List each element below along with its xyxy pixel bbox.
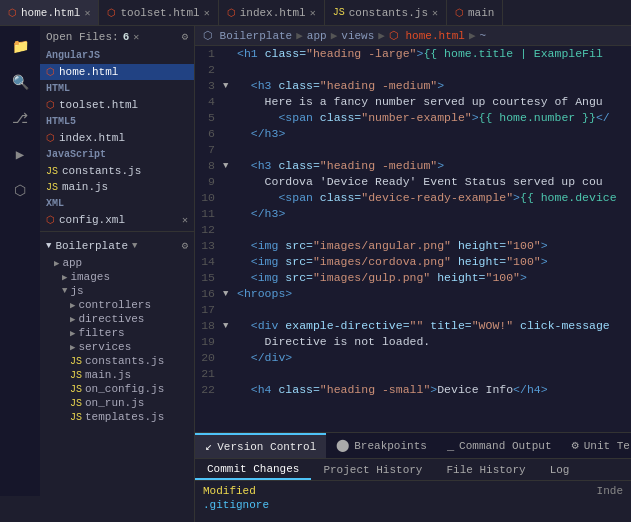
tab-label: Breakpoints [354, 440, 427, 452]
tree-item-label: directives [78, 313, 144, 325]
tab-close-icon[interactable]: ✕ [432, 7, 438, 19]
tab-constants-js[interactable]: JS constants.js ✕ [325, 0, 447, 25]
line-content: <img src="images/cordova.png" height="10… [237, 254, 631, 270]
tree-item-images[interactable]: ▶ images [40, 270, 194, 284]
js-icon: JS [333, 7, 345, 18]
html-icon: ⬡ [107, 7, 116, 19]
line-content: <hroops> [237, 286, 631, 302]
boilerplate-gear-icon[interactable]: ⚙ [181, 239, 188, 252]
line-arrow [223, 110, 237, 126]
file-item-home-html[interactable]: ⬡ home.html [40, 64, 194, 80]
subtab-file-history[interactable]: File History [434, 459, 537, 480]
subtab-project-history[interactable]: Project History [311, 459, 434, 480]
line-content: <h1 class="heading -large">{{ home.title… [237, 46, 631, 62]
line-num: 15 [195, 270, 223, 286]
file-item-index-html[interactable]: ⬡ index.html [40, 130, 194, 146]
breadcrumb: ⬡ Boilerplate ▶ app ▶ views ▶ ⬡ home.htm… [195, 26, 631, 46]
file-item-main-js[interactable]: JS main.js [40, 179, 194, 195]
code-line-19: 19 Directive is not loaded. [195, 334, 631, 350]
files-icon[interactable]: 📁 [8, 34, 32, 58]
file-item-config-xml[interactable]: ⬡ config.xml ✕ [40, 212, 194, 228]
line-num: 9 [195, 174, 223, 190]
tree-item-constants-js[interactable]: JS constants.js [40, 354, 194, 368]
tab-unit-testing[interactable]: ⚙ Unit Testing [562, 433, 631, 458]
file-name: index.html [59, 132, 125, 144]
search-icon[interactable]: 🔍 [8, 70, 32, 94]
file-panel-inner: Open Files: 6 ✕ ⚙ AngularJS ⬡ home.html … [40, 26, 194, 522]
tab-home-html[interactable]: ⬡ home.html ✕ [0, 0, 99, 25]
line-content: Cordova 'Device Ready' Event Status serv… [237, 174, 631, 190]
line-num: 11 [195, 206, 223, 222]
line-arrow [223, 206, 237, 222]
tab-command-output[interactable]: _ Command Output [437, 433, 562, 458]
code-line-11: 11 </h3> [195, 206, 631, 222]
file-close-icon[interactable]: ✕ [182, 214, 188, 226]
breadcrumb-app: app [307, 30, 327, 42]
line-content: <div example-directive="" title="WOW!" c… [237, 318, 631, 334]
code-line-20: 20 </div> [195, 350, 631, 366]
tab-close-icon[interactable]: ✕ [310, 7, 316, 19]
tree-item-label: controllers [78, 299, 151, 311]
line-num: 1 [195, 46, 223, 62]
line-arrow [223, 46, 237, 62]
tree-item-controllers[interactable]: ▶ controllers [40, 298, 194, 312]
folder-icon: ▶ [70, 300, 75, 311]
open-files-label: Open Files: [46, 31, 119, 43]
subtab-log[interactable]: Log [538, 459, 582, 480]
tree-item-filters[interactable]: ▶ filters [40, 326, 194, 340]
git-icon[interactable]: ⎇ [8, 106, 32, 130]
subtab-commit-changes[interactable]: Commit Changes [195, 459, 311, 480]
line-num: 12 [195, 222, 223, 238]
tree-item-on-config-js[interactable]: JS on_config.js [40, 382, 194, 396]
folder-arrow-icon: ▶ [54, 258, 59, 269]
code-line-4: 4 Here is a fancy number served up court… [195, 94, 631, 110]
tab-breakpoints[interactable]: ⬤ Breakpoints [326, 433, 437, 458]
tab-close-icon[interactable]: ✕ [84, 7, 90, 19]
tree-item-main-js[interactable]: JS main.js [40, 368, 194, 382]
tree-item-directives[interactable]: ▶ directives [40, 312, 194, 326]
line-content [237, 62, 631, 78]
code-line-6: 6 </h3> [195, 126, 631, 142]
file-item-constants-js[interactable]: JS constants.js [40, 163, 194, 179]
line-arrow [223, 190, 237, 206]
tree-item-js[interactable]: ▼ js [40, 284, 194, 298]
tree-item-services[interactable]: ▶ services [40, 340, 194, 354]
close-all-icon[interactable]: ✕ [133, 31, 139, 43]
tab-version-control[interactable]: ↙ Version Control [195, 433, 326, 458]
subtab-label: File History [446, 464, 525, 476]
tab-label: Unit Testing [584, 440, 631, 452]
js-file-icon: JS [46, 182, 58, 193]
angularjs-label: AngularJS [40, 47, 194, 64]
run-icon[interactable]: ▶ [8, 142, 32, 166]
tab-close-icon[interactable]: ✕ [204, 7, 210, 19]
code-line-22: 22 <h4 class="heading -small">Device Inf… [195, 382, 631, 398]
tree-item-on-run-js[interactable]: JS on_run.js [40, 396, 194, 410]
main-content: 📁 🔍 ⎇ ▶ ⬡ Open Files: 6 ✕ ⚙ AngularJS ⬡ … [0, 26, 631, 522]
sep2: ▶ [331, 29, 338, 42]
open-files-left: Open Files: 6 ✕ [46, 31, 139, 43]
tab-index-html[interactable]: ⬡ index.html ✕ [219, 0, 325, 25]
line-content [237, 142, 631, 158]
xml-file-icon: ⬡ [46, 214, 55, 226]
extensions-icon[interactable]: ⬡ [8, 178, 32, 202]
html-file-icon: ⬡ [46, 99, 55, 111]
tab-label: home.html [21, 7, 80, 19]
line-arrow [223, 62, 237, 78]
html-icon: ⬡ [8, 7, 17, 19]
tab-toolset-html[interactable]: ⬡ toolset.html ✕ [99, 0, 218, 25]
file-item-toolset-html[interactable]: ⬡ toolset.html [40, 97, 194, 113]
tree-item-templates-js[interactable]: JS templates.js [40, 410, 194, 424]
line-arrow: ▼ [223, 318, 237, 334]
tab-main[interactable]: ⬡ main [447, 0, 503, 25]
tab-label: index.html [240, 7, 306, 19]
tree-item-label: constants.js [85, 355, 164, 367]
tree-item-app[interactable]: ▶ app [40, 256, 194, 270]
tree-item-label: on_config.js [85, 383, 164, 395]
gear-icon[interactable]: ⚙ [181, 30, 188, 43]
js-file-icon: JS [46, 166, 58, 177]
code-editor[interactable]: 1 <h1 class="heading -large">{{ home.tit… [195, 46, 631, 432]
line-num: 13 [195, 238, 223, 254]
line-num: 10 [195, 190, 223, 206]
line-content: <img src="images/angular.png" height="10… [237, 238, 631, 254]
code-line-13: 13 <img src="images/angular.png" height=… [195, 238, 631, 254]
